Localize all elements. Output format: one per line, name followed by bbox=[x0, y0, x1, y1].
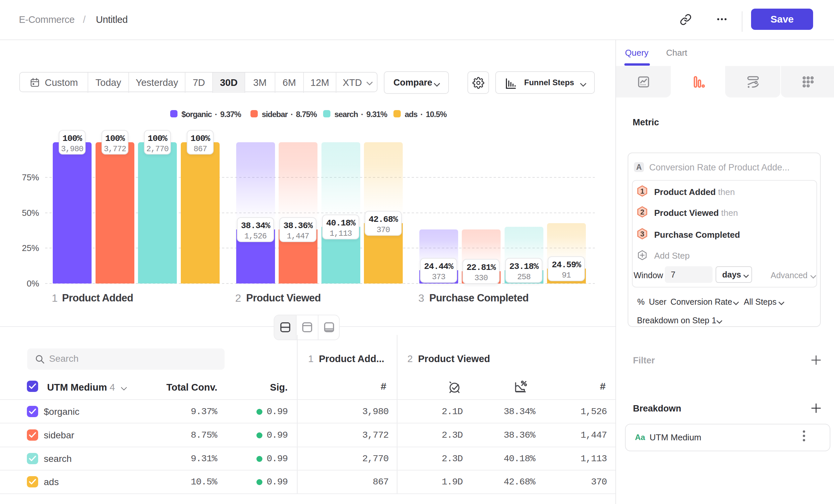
svg-text:2: 2 bbox=[640, 208, 644, 216]
svg-text:3: 3 bbox=[640, 230, 644, 238]
svg-text:1: 1 bbox=[640, 187, 644, 195]
